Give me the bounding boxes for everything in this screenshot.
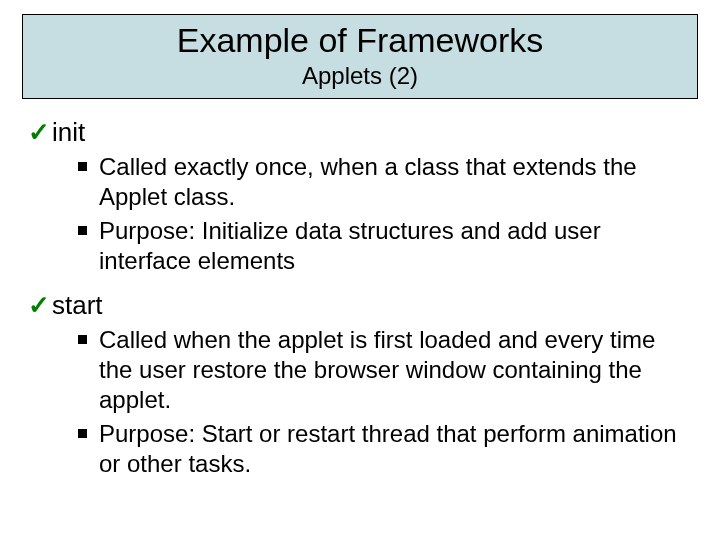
- list-item: Purpose: Start or restart thread that pe…: [78, 419, 682, 479]
- section-title: init: [52, 117, 85, 148]
- bullet-text: Called exactly once, when a class that e…: [99, 152, 682, 212]
- section-heading-init: ✓ init: [28, 117, 692, 148]
- list-item: Called when the applet is first loaded a…: [78, 325, 682, 415]
- square-bullet-icon: [78, 429, 87, 438]
- square-bullet-icon: [78, 226, 87, 235]
- list-item: Called exactly once, when a class that e…: [78, 152, 682, 212]
- section-heading-start: ✓ start: [28, 290, 692, 321]
- checkmark-icon: ✓: [28, 119, 50, 145]
- slide-content: ✓ init Called exactly once, when a class…: [0, 99, 720, 479]
- square-bullet-icon: [78, 335, 87, 344]
- bullet-text: Purpose: Initialize data structures and …: [99, 216, 682, 276]
- bullet-text: Purpose: Start or restart thread that pe…: [99, 419, 682, 479]
- bullet-list: Called exactly once, when a class that e…: [78, 152, 682, 276]
- square-bullet-icon: [78, 162, 87, 171]
- slide-subtitle: Applets (2): [33, 62, 687, 90]
- slide-header: Example of Frameworks Applets (2): [22, 14, 698, 99]
- section-title: start: [52, 290, 103, 321]
- checkmark-icon: ✓: [28, 292, 50, 318]
- bullet-list: Called when the applet is first loaded a…: [78, 325, 682, 479]
- list-item: Purpose: Initialize data structures and …: [78, 216, 682, 276]
- slide-title: Example of Frameworks: [33, 21, 687, 60]
- bullet-text: Called when the applet is first loaded a…: [99, 325, 682, 415]
